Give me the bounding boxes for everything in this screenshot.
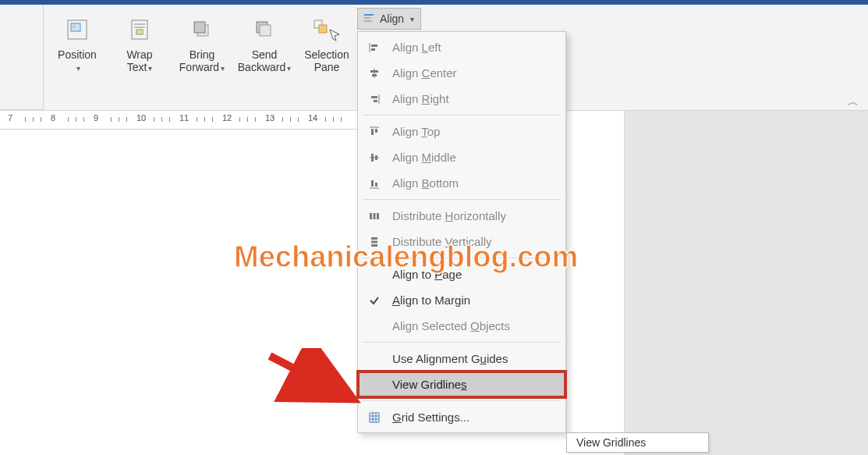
menu-item-align-top: Align Top (358, 119, 565, 144)
svg-rect-35 (374, 213, 376, 219)
align-icon (363, 12, 375, 27)
menu-item-label: Distribute Horizontally (392, 209, 506, 222)
menu-item-use-guides[interactable]: Use Alignment Guides (358, 346, 565, 371)
align-label: Align (380, 12, 404, 25)
svg-line-40 (270, 356, 354, 400)
menu-separator (363, 258, 561, 258)
svg-rect-10 (260, 25, 271, 36)
svg-rect-14 (364, 17, 370, 19)
svg-rect-26 (371, 129, 374, 135)
menu-item-align-margin[interactable]: Align to Margin (358, 287, 565, 313)
menu-item-label: Use Alignment Guides (392, 352, 508, 365)
menu-separator (363, 400, 561, 401)
menu-item-label: Align Right (392, 92, 449, 105)
svg-rect-29 (371, 154, 374, 162)
menu-item-label: View Gridlines (392, 378, 467, 391)
align-bottom-icon (366, 177, 383, 190)
send-backward-button[interactable]: SendBackward▾ (234, 11, 295, 80)
selection-pane-icon (313, 14, 341, 45)
align-caret-icon: ▾ (410, 15, 414, 23)
checkmark-icon (366, 294, 383, 307)
wrap-text-icon (127, 14, 152, 45)
svg-rect-6 (136, 30, 143, 34)
tooltip: View Gridlines (566, 432, 709, 453)
menu-item-align-right: Align Right (358, 86, 565, 112)
selection-pane-button[interactable]: SelectionPane (296, 11, 357, 78)
menu-separator (363, 115, 561, 116)
position-icon (65, 14, 90, 45)
menu-item-label: Align Middle (392, 151, 456, 164)
menu-item-align-left: Align Left (358, 34, 565, 60)
menu-item-label: Align to Margin (392, 293, 470, 307)
menu-item-label: Align Bottom (392, 176, 459, 190)
grid-icon (366, 411, 383, 424)
distribute-horizontal-icon (366, 210, 383, 222)
align-top-icon (366, 126, 383, 138)
menu-item-label: Grid Settings... (392, 411, 469, 424)
svg-rect-12 (319, 25, 327, 33)
tooltip-text: View Gridlines (576, 436, 646, 449)
menu-item-label: Align Center (392, 66, 457, 80)
bring-forward-button[interactable]: BringForward▾ (172, 11, 232, 80)
menu-item-dist-vert: Distribute Vertically (358, 229, 565, 254)
svg-rect-18 (371, 48, 375, 51)
svg-rect-38 (371, 240, 377, 243)
svg-rect-24 (374, 100, 377, 102)
align-center-icon (366, 67, 383, 80)
menu-separator (363, 199, 561, 200)
svg-rect-15 (364, 20, 372, 22)
menu-item-align-selected: Align Selected Objects (358, 313, 565, 339)
menu-item-label: Distribute Vertically (392, 235, 492, 248)
align-left-icon (366, 41, 383, 54)
collapse-ribbon-icon[interactable]: ︿ (848, 95, 859, 109)
wrap-text-button[interactable]: WrapText▾ (109, 11, 170, 80)
svg-rect-13 (364, 14, 374, 16)
menu-item-dist-horiz: Distribute Horizontally (358, 203, 565, 229)
position-label: Position (58, 48, 97, 61)
svg-rect-23 (371, 96, 377, 98)
align-dropdown-button[interactable]: Align ▾ (357, 8, 421, 30)
svg-rect-30 (375, 155, 377, 160)
menu-item-view-gridlines[interactable]: View Gridlines (358, 371, 565, 397)
svg-rect-36 (377, 213, 379, 219)
svg-rect-21 (372, 74, 377, 76)
svg-rect-27 (375, 129, 377, 133)
menu-item-grid-settings[interactable]: Grid Settings... (358, 404, 565, 430)
svg-rect-8 (194, 22, 205, 33)
align-right-icon (366, 93, 383, 105)
menu-separator (363, 342, 561, 343)
align-middle-icon (366, 151, 383, 164)
svg-rect-34 (370, 213, 372, 219)
align-menu: Align LeftAlign CenterAlign RightAlign T… (357, 31, 566, 433)
svg-rect-32 (371, 180, 374, 187)
ribbon-left-empty (0, 5, 44, 110)
svg-rect-17 (371, 44, 377, 47)
menu-item-label: Align Left (392, 41, 441, 54)
send-backward-icon (252, 14, 277, 45)
menu-item-label: Align Selected Objects (392, 319, 510, 332)
menu-item-align-bottom: Align Bottom (358, 170, 565, 196)
bring-forward-icon (190, 14, 214, 45)
ruler: 7891011121314 (0, 111, 359, 130)
menu-item-align-center: Align Center (358, 60, 565, 86)
svg-rect-20 (370, 70, 378, 73)
svg-rect-33 (375, 183, 377, 187)
svg-rect-1 (71, 23, 80, 31)
position-button[interactable]: Position▾ (47, 11, 108, 80)
menu-item-align-middle: Align Middle (358, 144, 565, 170)
menu-item-align-page[interactable]: Align to Page (358, 261, 565, 287)
svg-point-2 (73, 25, 76, 28)
menu-item-label: Align Top (392, 125, 440, 138)
distribute-vertical-icon (366, 236, 383, 248)
menu-item-label: Align to Page (392, 268, 462, 281)
svg-rect-37 (371, 237, 377, 240)
document-background (624, 111, 868, 455)
svg-rect-39 (371, 244, 377, 247)
